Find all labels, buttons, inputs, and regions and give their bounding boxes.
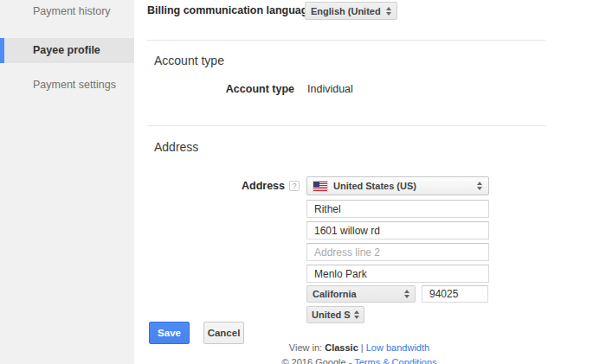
copyright-text: © 2016 Google - [281, 357, 351, 364]
help-icon[interactable]: ? [289, 181, 300, 191]
separator: | [361, 342, 364, 353]
sidebar-item-payee-profile[interactable]: Payee profile [0, 38, 134, 63]
account-type-heading: Account type [154, 54, 224, 67]
address-country-value: United States (US) [333, 181, 472, 191]
address-line2-input[interactable] [306, 243, 489, 261]
view-classic: Classic [325, 342, 358, 353]
copyright-bar: © 2016 Google - Terms & Conditions [134, 357, 584, 364]
low-bandwidth-link[interactable]: Low bandwidth [366, 342, 429, 353]
billing-language-value: English (United States) [311, 6, 381, 16]
spinner-icon [404, 290, 409, 298]
section-divider [147, 40, 545, 41]
sidebar-item-label: Payment settings [0, 79, 134, 91]
billing-language-select[interactable]: English (United States) [305, 2, 397, 20]
address-city-input[interactable] [306, 265, 489, 283]
address-state-select[interactable]: California [306, 285, 416, 303]
address-country2-value: United States [312, 310, 351, 320]
address-line1-input[interactable] [306, 221, 489, 239]
sidebar-item-label: Payee profile [4, 38, 134, 63]
spinner-icon [386, 7, 391, 16]
address-country2-select[interactable]: United States [306, 306, 364, 323]
address-state-value: California [313, 289, 357, 299]
terms-link[interactable]: Terms & Conditions [354, 357, 436, 364]
payee-profile-page: Payment history Payee profile Payment se… [0, 0, 606, 364]
sidebar: Payment history Payee profile Payment se… [0, 0, 134, 364]
save-button[interactable]: Save [149, 322, 190, 344]
address-name-input[interactable] [306, 200, 489, 218]
cancel-button[interactable]: Cancel [203, 322, 244, 344]
billing-language-label: Billing communication language? [147, 4, 300, 16]
sidebar-item-payment-history[interactable]: Payment history [0, 5, 134, 17]
address-country-select[interactable]: United States (US) [306, 176, 489, 195]
account-type-label: Account type [147, 83, 294, 95]
spinner-icon [477, 182, 482, 190]
view-in-label: View in: [289, 342, 322, 353]
us-flag-icon [313, 182, 327, 191]
spinner-icon [354, 310, 359, 319]
address-label: Address? [147, 180, 300, 192]
sidebar-item-payment-settings[interactable]: Payment settings [0, 79, 134, 91]
account-type-value: Individual [307, 83, 353, 95]
section-divider [147, 125, 545, 126]
address-heading: Address [154, 140, 198, 154]
address-zip-input[interactable] [422, 285, 488, 303]
view-mode-bar: View in: Classic | Low bandwidth [134, 342, 584, 353]
sidebar-item-label: Payment history [0, 5, 134, 17]
